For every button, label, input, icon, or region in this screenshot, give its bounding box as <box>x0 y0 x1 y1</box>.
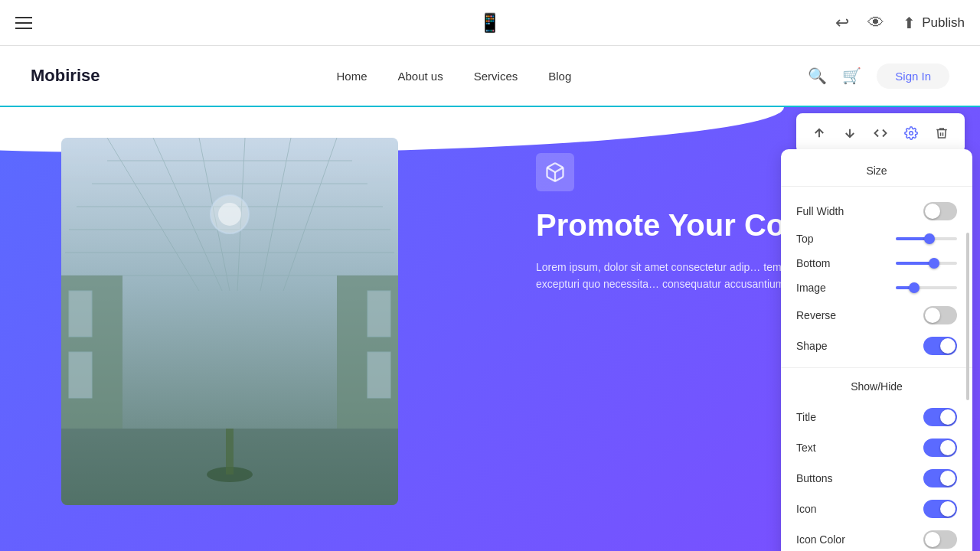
move-up-button[interactable] <box>805 119 833 147</box>
image-label: Image <box>796 282 826 294</box>
bottom-slider[interactable] <box>896 262 957 265</box>
toolbar-left <box>15 17 32 29</box>
box-icon-bg <box>536 153 574 191</box>
buttons-row: Buttons <box>781 463 972 494</box>
text-label: Text <box>796 442 816 454</box>
top-toolbar: 📱 ↩ 👁 ⬆ Publish <box>0 0 980 46</box>
icon-row: Icon <box>781 494 972 524</box>
reverse-toggle[interactable] <box>923 306 957 324</box>
top-slider[interactable] <box>896 237 957 240</box>
publish-label: Publish <box>922 15 965 31</box>
cart-icon[interactable]: 🛒 <box>842 67 861 85</box>
phone-icon[interactable]: 📱 <box>479 12 501 33</box>
icon-color-toggle[interactable] <box>923 530 957 549</box>
code-button[interactable] <box>867 119 894 147</box>
shape-toggle[interactable] <box>923 337 957 355</box>
shape-row: Shape <box>781 331 972 361</box>
size-title: Size <box>781 161 972 187</box>
svg-point-25 <box>910 132 913 135</box>
title-label: Title <box>796 411 816 423</box>
reverse-row: Reverse <box>781 300 972 331</box>
box-icon <box>544 161 566 183</box>
atrium-svg <box>61 138 398 505</box>
nav-about[interactable]: About us <box>398 70 443 83</box>
undo-icon[interactable]: ↩ <box>835 13 849 33</box>
bottom-row: Bottom <box>781 251 972 276</box>
buttons-toggle[interactable] <box>923 469 957 487</box>
top-label: Top <box>796 233 814 245</box>
full-width-toggle[interactable] <box>923 202 957 220</box>
panel-divider <box>781 367 972 368</box>
toolbar-center: 📱 <box>479 12 501 34</box>
upload-icon: ⬆ <box>903 14 916 32</box>
nav-right: 🔍 🛒 Sign In <box>808 64 949 89</box>
svg-rect-20 <box>368 291 390 337</box>
icon-label: Icon <box>796 503 816 515</box>
nav-bar: Mobirise Home About us Services Blog 🔍 🛒… <box>0 46 980 107</box>
settings-panel: Size Full Width Top Bottom Image <box>781 149 972 551</box>
top-row: Top <box>781 227 972 251</box>
nav-home[interactable]: Home <box>336 70 367 83</box>
svg-rect-21 <box>368 352 390 398</box>
svg-rect-17 <box>226 429 234 474</box>
atrium-image <box>61 138 398 505</box>
nav-blog[interactable]: Blog <box>548 70 571 83</box>
nav-services[interactable]: Services <box>474 70 518 83</box>
search-icon[interactable]: 🔍 <box>808 67 827 85</box>
panel-scrollbar[interactable] <box>966 233 969 399</box>
nav-links: Home About us Services Blog <box>336 70 571 83</box>
text-toggle[interactable] <box>923 439 957 457</box>
icon-color-label: Icon Color <box>796 533 845 546</box>
nav-logo: Mobirise <box>31 66 100 86</box>
full-width-row: Full Width <box>781 196 972 227</box>
title-toggle[interactable] <box>923 408 957 426</box>
sign-in-button[interactable]: Sign In <box>877 64 949 89</box>
image-slider[interactable] <box>896 286 957 289</box>
hero-section: Promote Your Compa… Lorem ipsum, dolor s… <box>0 107 980 551</box>
buttons-label: Buttons <box>796 472 832 484</box>
title-row: Title <box>781 402 972 432</box>
preview-icon[interactable]: 👁 <box>867 13 884 33</box>
move-down-button[interactable] <box>836 119 864 147</box>
svg-point-23 <box>218 203 241 226</box>
hamburger-icon[interactable] <box>15 17 32 29</box>
icon-toggle[interactable] <box>923 500 957 518</box>
full-width-label: Full Width <box>796 205 844 217</box>
delete-button[interactable] <box>928 119 956 147</box>
reverse-label: Reverse <box>796 309 836 321</box>
toolbar-right: ↩ 👁 ⬆ Publish <box>835 13 965 33</box>
text-row: Text <box>781 432 972 463</box>
svg-rect-19 <box>69 352 92 398</box>
settings-button[interactable] <box>897 119 925 147</box>
hero-image <box>61 138 398 505</box>
publish-button[interactable]: ⬆ Publish <box>903 14 965 32</box>
image-row: Image <box>781 276 972 300</box>
bottom-label: Bottom <box>796 257 830 269</box>
section-controls <box>796 113 965 153</box>
shape-label: Shape <box>796 340 827 352</box>
show-hide-title: Show/Hide <box>781 377 972 402</box>
svg-rect-18 <box>69 291 92 337</box>
icon-color-row: Icon Color <box>781 524 972 551</box>
